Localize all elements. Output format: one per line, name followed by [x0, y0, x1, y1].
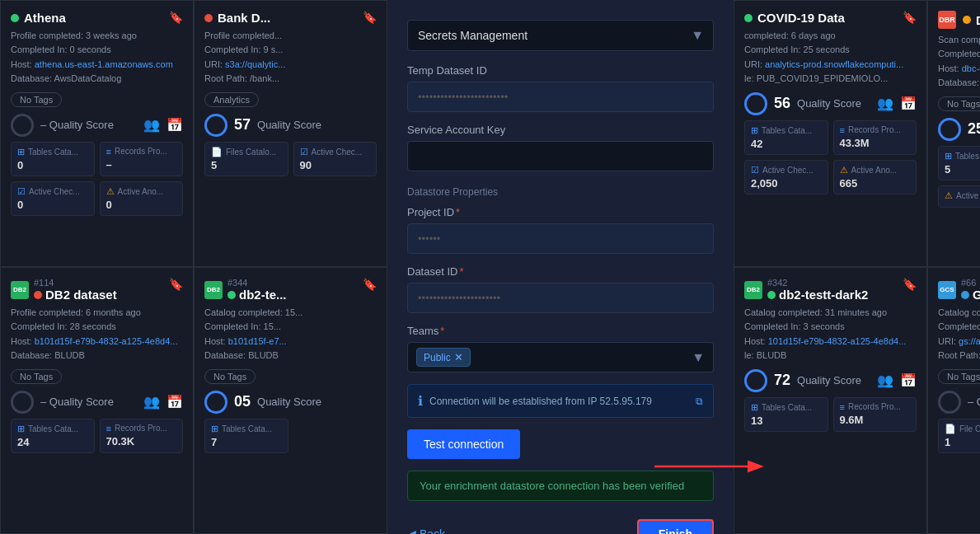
test-connection-button[interactable]: Test connection: [407, 429, 520, 459]
host-link-db2dark[interactable]: 101d15f-e79b-4832-a125-4e8d4...: [768, 336, 907, 346]
secrets-management-wrapper[interactable]: Secrets Management ▼: [407, 20, 714, 51]
team-tag-remove[interactable]: ✕: [454, 351, 463, 363]
users-icon-covid[interactable]: 👥: [877, 96, 893, 111]
meta2-athena: Completed In: 0 seconds: [11, 44, 183, 56]
back-button[interactable]: ◀ Back: [407, 527, 445, 534]
meta2-databricks: Completed In: 14 seconds: [938, 48, 980, 60]
host-link-db2dataset[interactable]: b101d15f-e79b-4832-a125-4e8d4...: [35, 336, 178, 346]
list-icon: ≡: [106, 147, 111, 157]
bookmark-icon-db2dark[interactable]: 🔖: [903, 278, 917, 291]
quality-row-db2te: 05 Quality Score: [204, 391, 377, 414]
dataset-id-label: Dataset ID*: [407, 265, 714, 278]
team-tag-public: Public ✕: [416, 348, 471, 367]
stats-bankd: 📄 Files Catalo... 5 ☑ Active Chec... 90: [204, 142, 377, 176]
team-tag-label: Public: [424, 352, 451, 363]
card-id-db2dataset: #114: [34, 278, 117, 288]
status-dot-covid: [744, 14, 753, 22]
quality-circle-gcs: [938, 391, 961, 414]
card-databricks[interactable]: DBR Databricks D... 🔖 Scan completed: 1 …: [927, 0, 980, 267]
calendar-icon-athena[interactable]: 📅: [166, 117, 183, 133]
stats-databricks: ⊞ Tables Cata... 5 ☑ Active Chec... 89 ⚠…: [938, 146, 980, 208]
status-dot-athena: [11, 14, 19, 22]
status-dot-gcs: [961, 291, 969, 299]
card-id-db2dark: #342: [767, 278, 868, 288]
table-icon-db2dark: ⊞: [751, 402, 758, 413]
db-gcs: Root Path: /: [938, 349, 980, 362]
meta1-covid: completed: 6 days ago: [744, 30, 917, 42]
card-name-db2dataset: DB2 dataset: [45, 288, 117, 302]
service-account-input[interactable]: [407, 141, 714, 171]
host-link-gcs[interactable]: gs://alibaba_cloud: [959, 336, 980, 346]
bookmark-icon-athena[interactable]: 🔖: [169, 11, 183, 24]
card-athena[interactable]: Athena 🔖 Profile completed: 3 weeks ago …: [0, 0, 194, 267]
file-icon-gcs: 📄: [945, 424, 956, 434]
project-id-label: Project ID*: [407, 206, 714, 218]
card-name-db2dark: db2-testt-dark2: [779, 288, 868, 302]
list-icon-db2dark: ≡: [840, 402, 845, 412]
finish-button[interactable]: Finish: [637, 519, 714, 534]
calendar-icon-db2dark[interactable]: 📅: [900, 372, 917, 388]
temp-dataset-input[interactable]: [407, 82, 714, 112]
card-name-databricks: Databricks D...: [976, 13, 980, 27]
status-dot-bankd: [204, 14, 213, 22]
quality-label-athena: – Quality Score: [40, 119, 114, 131]
card-covid[interactable]: COVID-19 Data 🔖 completed: 6 days ago Co…: [734, 0, 927, 267]
users-icon-db2dark[interactable]: 👥: [877, 372, 893, 388]
host-link-covid[interactable]: analytics-prod.snowflakecomputi...: [765, 59, 903, 69]
card-bankd[interactable]: Bank D... 🔖 Profile completed... Complet…: [194, 0, 387, 267]
host-link-bankd[interactable]: s3a://qualytic...: [225, 59, 285, 69]
quality-circle-covid: [744, 92, 767, 115]
host-link-db2te[interactable]: b101d15f-e7...: [228, 336, 287, 346]
card-db2dataset[interactable]: DB2 #114 DB2 dataset 🔖 Profile completed…: [0, 267, 194, 534]
meta2-gcs: Completed In: 0 seconds: [938, 321, 980, 333]
quality-label-bankd: Quality Score: [257, 119, 321, 131]
host-link-athena[interactable]: athena.us-east-1.amazonaws.com: [35, 59, 173, 69]
calendar-icon-covid[interactable]: 📅: [900, 96, 917, 111]
teams-dropdown-arrow-icon[interactable]: ▼: [692, 350, 705, 365]
bookmark-icon-covid[interactable]: 🔖: [903, 11, 917, 24]
status-dot-db2te: [227, 291, 236, 299]
secrets-management-select[interactable]: Secrets Management: [407, 20, 714, 51]
tag-gcs[interactable]: No Tags: [938, 369, 980, 384]
bookmark-icon-db2te[interactable]: 🔖: [363, 278, 377, 291]
project-id-input[interactable]: [407, 223, 714, 254]
db-db2te: Database: BLUDB: [204, 349, 377, 362]
users-icon-db2dataset[interactable]: 👥: [143, 394, 160, 410]
dataset-id-input[interactable]: [407, 283, 714, 313]
tag-databricks[interactable]: No Tags: [938, 96, 980, 111]
copy-icon[interactable]: ⧉: [696, 396, 703, 407]
stats-gcs: 📄 File Catalog... 1: [938, 419, 980, 453]
card-gcs[interactable]: GCS #66 GCS Alibaba 🔖 Catalog completed:…: [927, 267, 980, 534]
meta1-bankd: Profile completed...: [204, 30, 377, 42]
info-icon: ℹ: [418, 393, 423, 409]
check-icon: ☑: [17, 186, 26, 197]
modal-footer: ◀ Back Finish: [407, 513, 714, 534]
table-icon-covid: ⊞: [751, 125, 758, 136]
tag-bankd[interactable]: Analytics: [204, 92, 259, 107]
stat-files-bankd: 📄 Files Catalo... 5: [204, 142, 288, 176]
card-db2te[interactable]: DB2 #344 db2-te... 🔖 Catalog completed: …: [194, 267, 387, 534]
quality-row-db2dark: 72 Quality Score 👥 📅: [744, 369, 917, 392]
users-icon-athena[interactable]: 👥: [143, 117, 160, 133]
host-db2dark: Host: 101d15f-e79b-4832-a125-4e8d4...: [744, 335, 917, 348]
calendar-icon-db2dataset[interactable]: 📅: [166, 394, 183, 410]
service-account-label: Service Account Key: [407, 124, 714, 136]
tag-db2dataset[interactable]: No Tags: [11, 369, 62, 384]
status-dot-databricks: [963, 16, 971, 24]
tag-db2te[interactable]: No Tags: [204, 369, 256, 384]
bookmark-icon-bankd[interactable]: 🔖: [363, 11, 377, 24]
host-link-databricks[interactable]: dbc-0d9365ee-235c.0...: [962, 63, 980, 73]
card-id-gcs: #66: [961, 278, 980, 288]
stat-checks-athena: ☑ Active Chec... 0: [11, 181, 95, 216]
card-db2dark[interactable]: DB2 #342 db2-testt-dark2 🔖 Catalog compl…: [734, 267, 927, 534]
bookmark-icon-db2dataset[interactable]: 🔖: [169, 278, 183, 291]
db2-icon: DB2: [11, 281, 29, 299]
table-icon-db2te: ⊞: [211, 424, 218, 434]
ip-info-banner: ℹ Connection will be established from IP…: [407, 384, 714, 418]
tag-athena[interactable]: No Tags: [11, 92, 62, 107]
meta1-athena: Profile completed: 3 weeks ago: [11, 30, 183, 42]
teams-input-wrapper[interactable]: Public ✕ ▼: [407, 342, 714, 372]
stat-records-athena: ≡ Records Pro... –: [100, 142, 184, 176]
quality-label-db2te: Quality Score: [257, 396, 321, 408]
meta1-gcs: Catalog completed: 2 week...: [938, 307, 980, 319]
